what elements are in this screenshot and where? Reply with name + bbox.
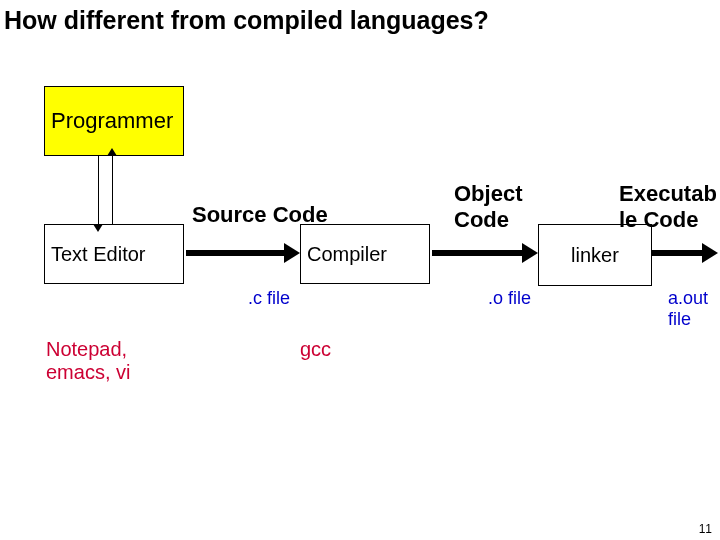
arrow-editor-to-programmer — [112, 156, 113, 224]
gcc-label: gcc — [300, 338, 331, 361]
text-editor-label: Text Editor — [51, 243, 145, 266]
programmer-box: Programmer — [44, 86, 184, 156]
page-title: How different from compiled languages? — [4, 6, 489, 35]
arrow-compiler-to-linker — [432, 250, 522, 256]
arrow-programmer-to-editor — [98, 156, 99, 224]
compiler-box: Compiler — [300, 224, 430, 284]
editors-example-label: Notepad, emacs, vi — [46, 338, 130, 384]
linker-label: linker — [571, 244, 619, 267]
text-editor-box: Text Editor — [44, 224, 184, 284]
c-file-label: .c file — [248, 288, 290, 309]
aout-file-label: a.out file — [668, 288, 708, 330]
arrow-editor-to-compiler — [186, 250, 284, 256]
o-file-label: .o file — [488, 288, 531, 309]
linker-box: linker — [538, 224, 652, 286]
compiler-label: Compiler — [307, 243, 387, 266]
object-code-label: Object Code — [454, 181, 522, 233]
arrow-linker-to-output — [652, 250, 702, 256]
page-number: 11 — [699, 522, 712, 536]
source-code-label: Source Code — [192, 202, 328, 228]
programmer-label: Programmer — [51, 108, 173, 134]
executable-code-label: Executab le Code — [619, 181, 717, 233]
